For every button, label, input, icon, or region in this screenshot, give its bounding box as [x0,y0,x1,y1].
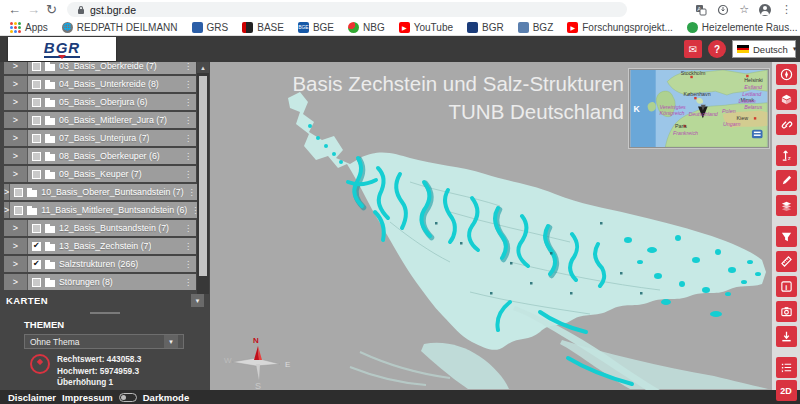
back-icon[interactable]: ← [8,3,21,16]
layer-checkbox[interactable] [32,134,41,143]
bookmark-redpath[interactable]: 🌐REDPATH DEILMANN [62,22,178,33]
layer-row-03-basis-oberkreide[interactable]: >03_Basis_Oberkreide (7)⋮ [4,62,196,74]
layer-menu-icon[interactable]: ⋮ [184,98,192,107]
scrollbar-thumb[interactable] [199,76,207,276]
browser-menu-icon[interactable]: ⋮ [781,3,792,16]
theme-select[interactable]: Ohne Thema ▼ [24,334,184,349]
expand-chevron-icon[interactable]: > [4,62,28,74]
info-tool-button[interactable]: i [776,276,797,297]
bookmark-youtube[interactable]: ▶YouTube [399,22,453,33]
bookmark-heizelemente[interactable]: Heizelemente Raus... [687,22,798,33]
layer-checkbox[interactable] [32,98,41,107]
share-link-tool-button[interactable] [776,114,797,135]
layer-checkbox[interactable] [32,116,41,125]
svg-text:N: N [253,336,259,345]
layer-row-04-basis-unterkreide[interactable]: >04_Basis_Unterkreide (8)⋮ [4,76,196,92]
layer-row-09-basis-keuper[interactable]: >09_Basis_Keuper (7)⋮ [4,166,196,182]
layer-menu-icon[interactable]: ⋮ [184,80,192,89]
expand-chevron-icon[interactable]: > [4,76,28,92]
darkmode-toggle[interactable] [119,393,137,402]
karten-collapse-button[interactable]: ▼ [191,294,204,307]
layer-menu-icon[interactable]: ⋮ [184,224,192,233]
layer-checkbox[interactable] [32,224,41,233]
layer-menu-icon[interactable]: ⋮ [184,260,192,269]
layer-row-06-basis-mittlerer-jura[interactable]: >06_Basis_Mittlerer_Jura (7)⋮ [4,112,196,128]
bookmark-bge[interactable]: BGEBGE [298,22,334,33]
layer-checkbox[interactable] [32,62,41,71]
layer-checkbox[interactable] [32,80,41,89]
expand-chevron-icon[interactable]: > [4,166,28,182]
expand-chevron-icon[interactable]: > [4,256,28,272]
bookmark-grs[interactable]: GRS [192,22,229,33]
bookmark-bgz[interactable]: BGZ [518,22,554,33]
expand-chevron-icon[interactable]: > [4,112,28,128]
reload-icon[interactable]: ↻ [46,3,57,16]
bookmark-nbg[interactable]: NBG [348,22,385,33]
layer-menu-icon[interactable]: ⋮ [184,134,192,143]
layer-checkbox[interactable] [32,260,41,269]
expand-chevron-icon[interactable]: > [4,238,28,254]
layer-menu-icon[interactable]: ⋮ [184,152,192,161]
expand-chevron-icon[interactable]: > [4,220,28,236]
filter-tool-button[interactable] [776,226,797,247]
layer-row-13-basis-zechstein[interactable]: >13_Basis_Zechstein (7)⋮ [4,238,196,254]
scroll-up-icon[interactable]: ▲ [197,62,209,73]
edit-tool-button[interactable] [776,170,797,191]
screenshot-tool-button[interactable] [776,301,797,322]
help-button[interactable]: ? [708,40,726,58]
forward-icon[interactable]: → [27,3,40,16]
bookmark-base[interactable]: BASE [242,22,284,33]
contact-mail-button[interactable]: ✉ [684,40,702,58]
map-3d-viewport[interactable]: N E S W Basis Zechstein und Salz-Struktu… [210,62,772,390]
svg-text:København: København [684,91,711,97]
translate-icon[interactable]: A [695,4,707,16]
language-select[interactable]: Deutsch ▼ [732,40,796,58]
layer-menu-icon[interactable]: ⋮ [184,62,192,71]
expand-chevron-icon[interactable]: > [4,130,28,146]
layer-row-08-basis-oberkeuper[interactable]: >08_Basis_Oberkeuper (6)⋮ [4,148,196,164]
panel-drag-handle[interactable] [90,312,120,314]
z-scale-tool-button[interactable]: z [776,145,797,166]
layer-row-salzstrukturen[interactable]: >Salzstrukturen (266)⋮ [4,256,196,272]
layer-checkbox[interactable] [14,188,23,197]
layer-checkbox[interactable] [32,242,41,251]
layer-menu-icon[interactable]: ⋮ [184,170,192,179]
layer-menu-icon[interactable]: ⋮ [184,278,192,287]
layer-row-07-basis-unterjura[interactable]: >07_Basis_Unterjura (7)⋮ [4,130,196,146]
2d-mode-button[interactable]: 2D [776,380,797,401]
download-tool-button[interactable] [776,326,797,347]
bgr-logo[interactable]: BGR [8,37,116,61]
layer-menu-icon[interactable]: ⋮ [188,188,196,197]
overview-inset-map[interactable]: Stockholm Helsinki København Minsk Kiew … [629,69,769,148]
layer-checkbox[interactable] [32,170,41,179]
measure-tool-button[interactable] [776,251,797,272]
layer-checkbox[interactable] [32,278,41,287]
expand-chevron-icon[interactable]: > [4,94,28,110]
share-icon[interactable] [717,4,729,16]
bookmark-forschungsprojekt[interactable]: ▶Forschungsprojekt... [567,22,673,33]
layer-menu-icon[interactable]: ⋮ [184,242,192,251]
layer-row-05-basis-oberjura[interactable]: >05_Basis_Oberjura (6)⋮ [4,94,196,110]
layers-tool-button[interactable] [776,195,797,216]
tree-scrollbar[interactable]: ▲ [197,62,209,294]
svg-text:S: S [255,381,261,390]
layer-row-12-basis-buntsandstein[interactable]: >12_Basis_Buntsandstein (7)⋮ [4,220,196,236]
address-bar[interactable]: gst.bgr.de [67,2,627,17]
layer-row-11-basis-mittlerer-buntsandstein[interactable]: >11_Basis_Mittlerer_Buntsandstein (6)⋮ [4,202,196,218]
3d-export-tool-button[interactable] [776,89,797,110]
layer-checkbox[interactable] [14,206,23,215]
layer-checkbox[interactable] [32,152,41,161]
disclaimer-link[interactable]: Disclaimer [8,392,56,403]
legend-tool-button[interactable] [776,357,797,378]
profile-avatar[interactable] [759,4,771,16]
impressum-link[interactable]: Impressum [62,392,113,403]
bookmark-bgr[interactable]: BGR [467,22,504,33]
expand-chevron-icon[interactable]: > [4,148,28,164]
apps-button[interactable]: Apps [10,22,48,33]
layer-menu-icon[interactable]: ⋮ [184,116,192,125]
compass-tool-button[interactable] [776,64,797,85]
layer-row-stoerungen[interactable]: >Störungen (8)⋮ [4,274,196,290]
expand-chevron-icon[interactable]: > [4,274,28,290]
bookmark-star-icon[interactable]: ☆ [739,3,749,16]
layer-row-10-basis-oberer-buntsandstein[interactable]: >10_Basis_Oberer_Buntsandstein (7)⋮ [4,184,196,200]
